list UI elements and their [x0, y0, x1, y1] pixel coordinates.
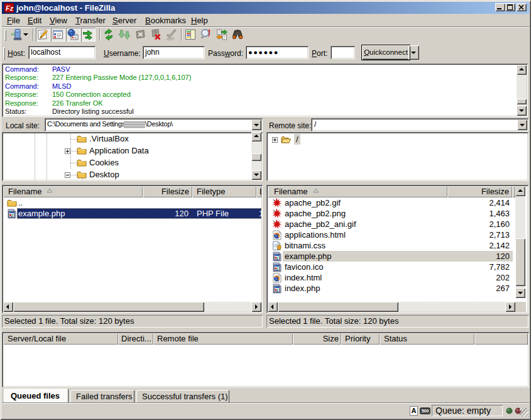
svg-text:Fz: Fz — [6, 4, 14, 12]
